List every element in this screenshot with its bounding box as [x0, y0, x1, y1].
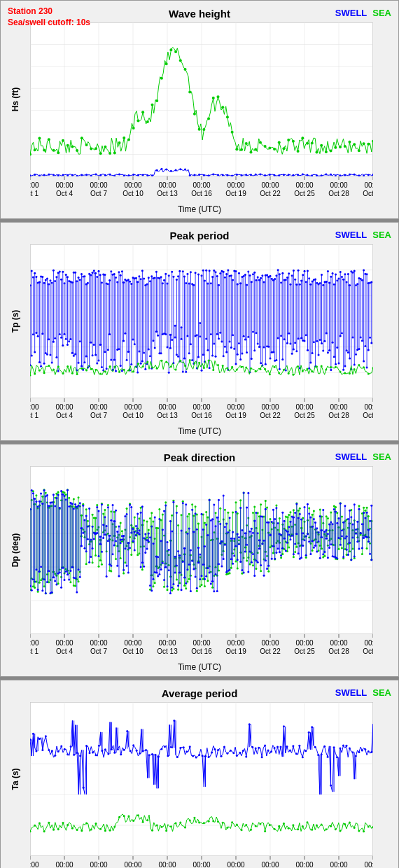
chart3-ylabel: Dp (deg) — [10, 533, 20, 568]
chart1-xaxis — [30, 176, 373, 204]
station-name: Station 230 — [8, 6, 90, 18]
wave-height-chart: Station 230 Sea/swell cutoff: 10s Wave h… — [0, 0, 399, 219]
chart4-title: Average period — [162, 687, 238, 699]
chart3-canvas — [30, 466, 373, 634]
peak-direction-chart: Peak direction SWELL SEA Dp (deg) Time (… — [0, 444, 399, 677]
chart2-ylabel: Tp (s) — [10, 310, 20, 333]
chart1-ylabel: Hs (ft) — [10, 88, 20, 112]
chart1-canvas — [30, 22, 373, 176]
legend-swell: SWELL — [335, 8, 368, 18]
chart4-canvas — [30, 702, 373, 856]
chart2-title: Peak period — [169, 230, 229, 241]
chart2-xlabel: Time (UTC) — [1, 426, 398, 440]
chart1-xlabel: Time (UTC) — [1, 204, 398, 218]
chart3-legend: SWELL SEA — [335, 451, 391, 462]
chart1-legend: SWELL SEA — [335, 8, 391, 18]
chart3-xaxis — [30, 634, 373, 662]
chart3-xlabel: Time (UTC) — [1, 662, 398, 676]
peak-period-chart: Peak period SWELL SEA Tp (s) Time (UTC) — [0, 222, 399, 441]
chart4-legend: SWELL SEA — [335, 687, 391, 698]
legend-sea2: SEA — [372, 230, 391, 240]
chart2-xaxis — [30, 398, 373, 426]
chart4-xaxis — [30, 856, 373, 868]
legend-swell3: SWELL — [335, 451, 368, 462]
legend-swell4: SWELL — [335, 687, 368, 698]
legend-swell2: SWELL — [335, 230, 368, 240]
chart4-ylabel: Ta (s) — [10, 768, 20, 790]
avg-period-chart: Average period SWELL SEA Ta (s) Time (UT… — [0, 680, 399, 868]
station-info: Station 230 Sea/swell cutoff: 10s — [8, 6, 90, 28]
chart1-title: Wave height — [169, 8, 230, 20]
chart2-canvas — [30, 244, 373, 398]
legend-sea: SEA — [372, 8, 391, 18]
legend-sea4: SEA — [372, 687, 391, 698]
legend-sea3: SEA — [372, 451, 391, 462]
station-cutoff: Sea/swell cutoff: 10s — [8, 18, 90, 29]
chart2-legend: SWELL SEA — [335, 230, 391, 240]
chart3-title: Peak direction — [164, 451, 236, 463]
